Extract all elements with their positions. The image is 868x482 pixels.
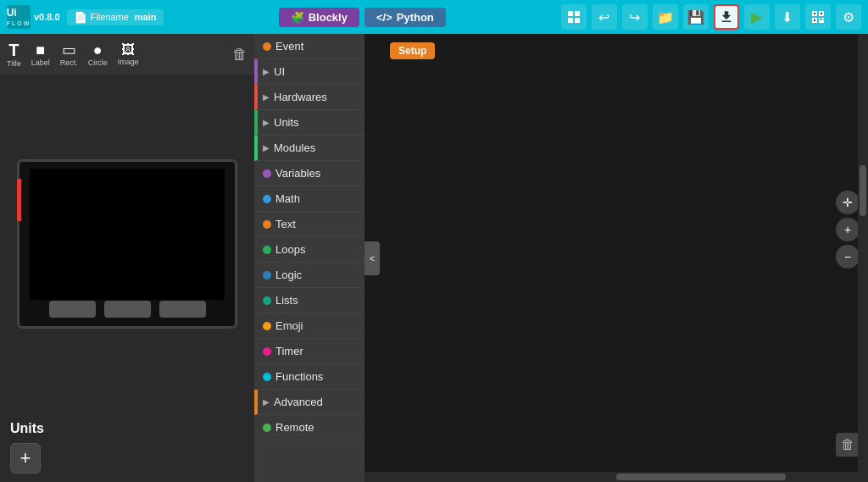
category-item-logic[interactable]: Logic: [254, 263, 364, 288]
category-item-event[interactable]: Event: [254, 34, 364, 59]
widget-image[interactable]: 🖼 Image: [118, 43, 139, 66]
settings-button[interactable]: ⚙: [836, 4, 861, 30]
zoom-fit-button[interactable]: ✛: [836, 191, 860, 214]
filename-label: Filename: [91, 12, 129, 22]
category-label: Lists: [275, 294, 298, 307]
zoom-out-button[interactable]: −: [836, 245, 860, 269]
redo-button[interactable]: ↪: [622, 4, 648, 30]
category-dot: [263, 322, 271, 330]
code-icon: </>: [376, 11, 392, 24]
category-item-text[interactable]: Text: [254, 212, 364, 237]
circle-icon: ●: [93, 42, 103, 58]
logo-text: Ui FLOW: [7, 8, 31, 27]
label-label: Label: [31, 58, 50, 67]
undo-button[interactable]: ↩: [592, 4, 617, 30]
arrow-icon: ▶: [263, 143, 270, 152]
widget-label[interactable]: ■ Label: [31, 42, 50, 67]
add-unit-button[interactable]: +: [10, 443, 41, 474]
svg-rect-0: [568, 11, 573, 16]
category-label: Logic: [275, 269, 302, 281]
python-tab[interactable]: </> Python: [364, 8, 446, 27]
circle-label: Circle: [88, 58, 108, 67]
svg-rect-1: [575, 11, 580, 16]
vertical-scrollbar[interactable]: [858, 34, 868, 472]
arrow-icon: ▶: [263, 397, 270, 407]
workspace-trash[interactable]: 🗑: [836, 433, 860, 457]
svg-rect-2: [568, 18, 573, 23]
category-item-modules[interactable]: ▶Modules: [254, 136, 364, 161]
v-scroll-thumb[interactable]: [860, 165, 866, 216]
arrow-icon: ▶: [263, 67, 270, 76]
topbar-right: ↩ ↪ 📁 💾 ▶ ⬇ ⚙: [561, 4, 861, 30]
rect-label: Rect.: [60, 58, 78, 67]
main-layout: T Title ■ Label ▭ Rect. ● Circle 🖼 Image…: [0, 34, 868, 482]
category-label: Remote: [275, 421, 314, 434]
svg-rect-12: [819, 20, 824, 23]
category-item-advanced[interactable]: ▶Advanced: [254, 390, 364, 415]
widget-title[interactable]: T Title: [7, 42, 21, 68]
category-panel: Event▶UI▶Hardwares▶Units▶ModulesVariable…: [254, 34, 364, 482]
svg-rect-8: [821, 13, 822, 14]
download-button[interactable]: ⬇: [775, 4, 800, 30]
play-button[interactable]: ▶: [744, 4, 770, 30]
logo-box: Ui FLOW: [7, 5, 31, 29]
category-dot: [263, 373, 271, 381]
label-icon: ■: [36, 42, 45, 58]
category-item-lists[interactable]: Lists: [254, 288, 364, 313]
category-label: Loops: [275, 243, 305, 256]
category-label: Math: [275, 192, 300, 205]
category-item-loops[interactable]: Loops: [254, 237, 364, 263]
zoom-in-button[interactable]: +: [836, 218, 860, 241]
category-item-functions[interactable]: Functions: [254, 364, 364, 390]
category-dot: [263, 424, 271, 432]
horizontal-scrollbar[interactable]: [364, 472, 868, 482]
plus-icon: +: [20, 447, 31, 469]
category-item-ui[interactable]: ▶UI: [254, 59, 364, 85]
category-item-variables[interactable]: Variables: [254, 161, 364, 186]
setup-block[interactable]: Setup: [390, 42, 435, 59]
preview-area: [0, 75, 254, 413]
delete-button[interactable]: 🗑: [232, 46, 248, 64]
logo-area: Ui FLOW v0.8.0: [7, 5, 60, 29]
version-label: v0.8.0: [34, 12, 60, 22]
arrow-icon: ▶: [263, 118, 270, 127]
category-dot: [263, 246, 271, 254]
category-label: Modules: [274, 141, 315, 154]
widget-rect[interactable]: ▭ Rect.: [60, 42, 78, 67]
title-icon: T: [8, 42, 19, 58]
save-button[interactable]: 💾: [683, 4, 709, 30]
category-dot: [263, 296, 271, 305]
upload-button[interactable]: [714, 4, 739, 30]
arrow-icon: ▶: [263, 92, 270, 102]
category-dot: [263, 271, 271, 280]
category-label: Hardwares: [274, 91, 327, 103]
widget-circle[interactable]: ● Circle: [88, 42, 108, 67]
collapse-button[interactable]: <: [364, 241, 380, 275]
category-item-units[interactable]: ▶Units: [254, 110, 364, 136]
units-section: Units +: [0, 413, 254, 482]
category-item-math[interactable]: Math: [254, 186, 364, 212]
trash-area: 🗑: [836, 433, 860, 457]
category-label: Timer: [275, 345, 303, 357]
screen-buttons: [49, 301, 206, 318]
h-scroll-thumb[interactable]: [616, 474, 786, 480]
folder-button[interactable]: 📁: [653, 4, 678, 30]
blockly-tab[interactable]: 🧩 Blockly: [279, 8, 359, 27]
qr-button[interactable]: [805, 4, 831, 30]
category-label: Functions: [275, 370, 323, 383]
category-item-remote[interactable]: Remote: [254, 415, 364, 440]
workspace[interactable]: < Setup ✛ + − 🗑: [364, 34, 868, 482]
category-label: UI: [274, 65, 285, 78]
category-label: Advanced: [274, 396, 323, 408]
svg-rect-9: [814, 19, 815, 21]
category-item-timer[interactable]: Timer: [254, 339, 364, 364]
workspace-controls: ✛ + −: [836, 191, 860, 269]
category-dot: [263, 42, 271, 51]
category-item-emoji[interactable]: Emoji: [254, 313, 364, 339]
filename-area: 📄 Filename main: [67, 9, 164, 25]
rect-icon: ▭: [62, 42, 76, 58]
topbar-left: Ui FLOW v0.8.0 📄 Filename main: [7, 5, 164, 29]
grid-button[interactable]: [561, 4, 587, 30]
screen-btn-3: [159, 301, 206, 318]
category-item-hardwares[interactable]: ▶Hardwares: [254, 85, 364, 110]
